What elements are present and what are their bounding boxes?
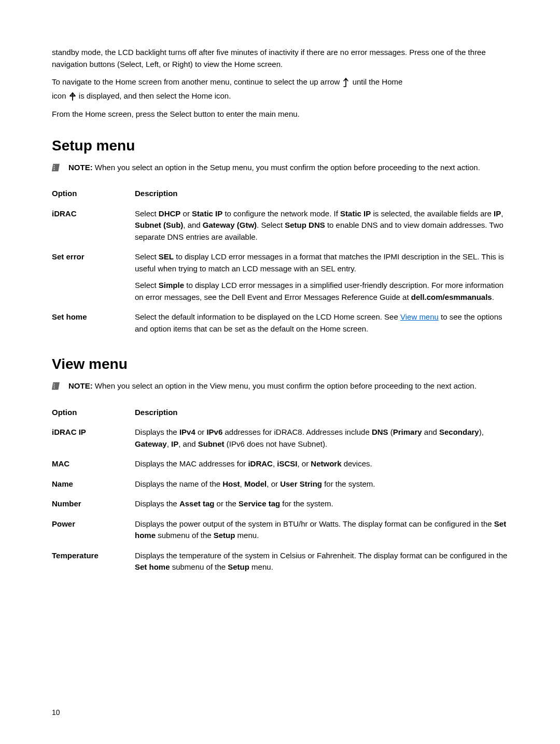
view-menu-heading: View menu: [52, 353, 508, 375]
table-header-row: Option Description: [52, 403, 508, 423]
intro-paragraph-1: standby mode, the LCD backlight turns of…: [52, 47, 508, 70]
intro-paragraph-4: From the Home screen, press the Select b…: [52, 108, 508, 120]
set-error-description: Select SEL to display LCD error messages…: [135, 247, 508, 307]
view-note-text: NOTE: When you select an option in the V…: [68, 380, 508, 392]
idrac-description: Select DHCP or Static IP to configure th…: [135, 204, 508, 247]
power-description: Displays the power output of the system …: [135, 514, 508, 546]
view-menu-link[interactable]: View menu: [400, 312, 439, 321]
option-set-error: Set error: [52, 247, 135, 307]
table-header-row: Option Description: [52, 184, 508, 204]
intro-p2a-text: To navigate to the Home screen from anot…: [52, 77, 342, 86]
note-label: NOTE:: [68, 381, 95, 390]
table-row: Set home Select the default information …: [52, 307, 508, 339]
setup-options-table: Option Description iDRAC Select DHCP or …: [52, 184, 508, 339]
note-body-text: When you select an option in the Setup m…: [95, 163, 480, 172]
table-row: iDRAC IP Displays the IPv4 or IPv6 addre…: [52, 422, 508, 454]
option-idrac-ip: iDRAC IP: [52, 422, 135, 454]
view-options-table: Option Description iDRAC IP Displays the…: [52, 403, 508, 577]
intro-paragraph-2: To navigate to the Home screen from anot…: [52, 76, 508, 88]
intro-p3b-text: is displayed, and then select the Home i…: [79, 91, 231, 100]
mac-description: Displays the MAC addresses for iDRAC, iS…: [135, 454, 508, 474]
option-name: Name: [52, 474, 135, 494]
table-row: Set error Select SEL to display LCD erro…: [52, 247, 508, 307]
option-power: Power: [52, 514, 135, 546]
view-note: NOTE: When you select an option in the V…: [52, 380, 508, 394]
intro-p2b-text: until the Home: [353, 77, 403, 86]
intro-paragraph-3: icon is displayed, and then select the H…: [52, 90, 508, 102]
table-row: Number Displays the Asset tag or the Ser…: [52, 494, 508, 514]
table-row: Name Displays the name of the Host, Mode…: [52, 474, 508, 494]
note-icon: [52, 162, 61, 176]
option-temperature: Temperature: [52, 546, 135, 577]
home-arrow-icon: [68, 91, 77, 102]
note-body-text: When you select an option in the View me…: [95, 381, 477, 390]
intro-p3a-text: icon: [52, 91, 68, 100]
svg-marker-1: [52, 382, 60, 390]
number-description: Displays the Asset tag or the Service ta…: [135, 494, 508, 514]
setup-note: NOTE: When you select an option in the S…: [52, 162, 508, 176]
table-row: Temperature Displays the temperature of …: [52, 546, 508, 577]
setup-menu-heading: Setup menu: [52, 135, 508, 157]
temperature-description: Displays the temperature of the system i…: [135, 546, 508, 577]
description-column-header: Description: [135, 184, 508, 204]
table-row: MAC Displays the MAC addresses for iDRAC…: [52, 454, 508, 474]
option-column-header: Option: [52, 403, 135, 423]
option-column-header: Option: [52, 184, 135, 204]
idrac-ip-description: Displays the IPv4 or IPv6 addresses for …: [135, 422, 508, 454]
note-icon: [52, 380, 61, 394]
table-row: Power Displays the power output of the s…: [52, 514, 508, 546]
note-label: NOTE:: [68, 163, 95, 172]
page-number: 10: [52, 707, 60, 718]
option-set-home: Set home: [52, 307, 135, 339]
set-home-description: Select the default information to be dis…: [135, 307, 508, 339]
up-arrow-icon: [342, 77, 350, 88]
description-column-header: Description: [135, 403, 508, 423]
table-row: iDRAC Select DHCP or Static IP to config…: [52, 204, 508, 247]
option-number: Number: [52, 494, 135, 514]
option-mac: MAC: [52, 454, 135, 474]
setup-note-text: NOTE: When you select an option in the S…: [68, 162, 508, 174]
name-description: Displays the name of the Host, Model, or…: [135, 474, 508, 494]
svg-marker-0: [52, 163, 60, 171]
option-idrac: iDRAC: [52, 204, 135, 247]
